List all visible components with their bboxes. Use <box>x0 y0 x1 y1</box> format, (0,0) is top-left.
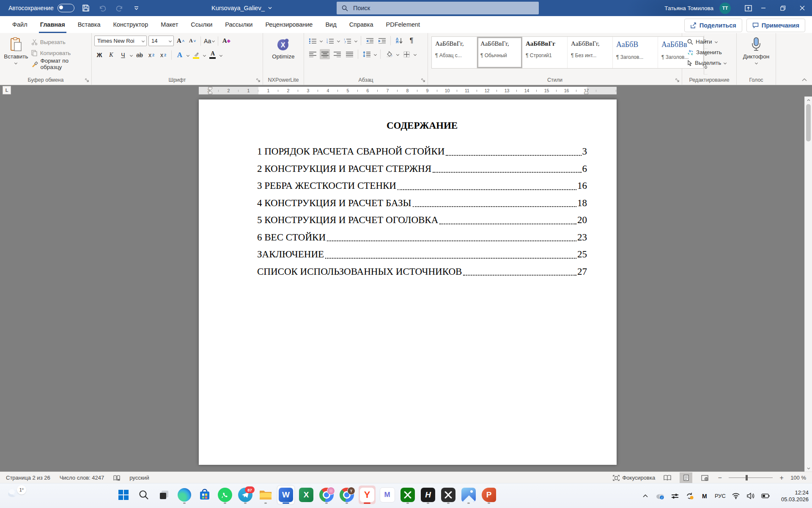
bold-button[interactable]: Ж <box>94 50 104 60</box>
telegram-button[interactable]: 87 <box>237 486 254 504</box>
autosave-switch-icon[interactable] <box>58 4 74 12</box>
file-explorer-button[interactable] <box>257 486 274 504</box>
bullets-button[interactable] <box>307 36 318 46</box>
save-button[interactable] <box>80 2 91 14</box>
paste-button[interactable]: Вставить <box>3 36 30 76</box>
task-view-button[interactable] <box>156 486 173 504</box>
toc-entry[interactable]: 5 КОНСТРУКЦИЯ И РАСЧЕТ ОГОЛОВКА 20 <box>257 212 587 229</box>
chevron-down-icon[interactable] <box>219 54 222 57</box>
italic-button[interactable]: К <box>106 50 116 60</box>
chevron-down-icon[interactable] <box>320 39 323 42</box>
battery-tray-icon[interactable] <box>761 491 770 501</box>
font-size-combo[interactable]: 14 <box>148 36 174 46</box>
sync-tray-icon[interactable] <box>685 491 694 501</box>
select-button[interactable]: Выделить <box>686 58 736 68</box>
web-layout-button[interactable] <box>698 472 711 483</box>
chevron-down-icon[interactable] <box>396 53 399 56</box>
undo-button[interactable] <box>97 2 108 14</box>
find-button[interactable]: Найти <box>686 36 736 47</box>
align-right-button[interactable] <box>332 49 342 59</box>
ribbon-tab[interactable]: Справка <box>343 16 380 33</box>
cut-button[interactable]: Вырезать <box>30 36 91 47</box>
format-painter-button[interactable]: Формат по образцу <box>30 58 91 69</box>
ribbon-tab[interactable]: Рассылки <box>219 16 259 33</box>
text-effects-button[interactable]: А <box>175 50 185 60</box>
read-mode-button[interactable] <box>661 472 674 483</box>
chevron-down-icon[interactable] <box>203 54 206 57</box>
style-tile[interactable]: АаБбВвГг ¶ Строгий1 <box>522 37 568 68</box>
chevron-down-icon[interactable] <box>414 53 417 56</box>
excel-button[interactable]: X <box>298 486 315 504</box>
ribbon-tab[interactable]: Файл <box>6 16 34 33</box>
edge-button[interactable] <box>176 486 193 504</box>
scroll-up-button[interactable] <box>805 97 812 103</box>
photos-button[interactable] <box>460 486 477 504</box>
change-case-button[interactable]: Аа <box>204 36 215 46</box>
justify-button[interactable] <box>344 49 354 59</box>
avatar[interactable]: ТТ <box>719 3 731 14</box>
borders-button[interactable] <box>401 49 411 59</box>
toc-entry[interactable]: 4 КОНСТРУКЦИЯ И РАСЧЕТ БАЗЫ 18 <box>257 195 587 212</box>
tab-stop-selector[interactable]: L <box>3 86 11 94</box>
account-area[interactable]: Татьяна Томилова ТТ <box>664 0 754 16</box>
language-indicator[interactable]: русский <box>129 475 149 481</box>
onedrive-tray-icon[interactable]: i <box>656 491 665 501</box>
style-tile[interactable]: АаБбВвГг, ¶ Обычный <box>477 37 522 68</box>
word-count[interactable]: Число слов: 4247 <box>60 475 104 481</box>
copy-button[interactable]: Копировать <box>30 47 91 58</box>
paragraph-dialog-launcher[interactable] <box>421 78 425 83</box>
style-tile[interactable]: АаБбВ ¶ Заголов... <box>613 37 658 68</box>
tray-expand-button[interactable] <box>641 491 650 501</box>
grow-font-button[interactable]: А˄ <box>176 36 186 46</box>
weather-widget[interactable]: 1° <box>7 487 26 498</box>
clock[interactable]: 12:24 05.03.2026 <box>776 489 809 503</box>
document-title[interactable]: Kursovaya_Galiev_ <box>211 0 279 16</box>
chrome-profile1-button[interactable] <box>318 486 335 504</box>
zoom-in-button[interactable]: + <box>779 474 785 482</box>
ribbon-tab[interactable]: PDFelement <box>380 16 427 33</box>
sort-button[interactable]: АЯ <box>394 36 404 46</box>
document-page[interactable]: СОДЕРЖАНИЕ 1 ПОРЯДОК РАСЧЕТА СВАРНОЙ СТО… <box>199 99 617 465</box>
shading-button[interactable] <box>384 49 394 59</box>
toc-entry[interactable]: 3 РЕБРА ЖЕСТКОСТИ СТЕНКИ 16 <box>257 177 587 195</box>
start-button[interactable] <box>115 486 132 504</box>
zoom-slider[interactable] <box>729 478 773 478</box>
search-input[interactable] <box>352 4 534 12</box>
scroll-down-button[interactable] <box>805 465 812 472</box>
indent-marker[interactable] <box>208 87 213 94</box>
xbox-dark-button[interactable] <box>440 486 457 504</box>
m-tray-icon[interactable]: М <box>700 491 709 501</box>
chrome-profile2-button[interactable]: T <box>338 486 355 504</box>
collapse-ribbon-button[interactable] <box>802 78 807 81</box>
strikethrough-button[interactable]: ab <box>134 50 145 60</box>
ribbon-display-options-button[interactable] <box>743 2 754 14</box>
wifi-tray-icon[interactable] <box>731 491 741 501</box>
ribbon-tab[interactable]: Вид <box>319 16 343 33</box>
highlight-button[interactable] <box>191 50 201 60</box>
shrink-font-button[interactable]: А˅ <box>187 36 198 46</box>
taskbar-search-button[interactable] <box>135 486 152 504</box>
superscript-button[interactable]: x2 <box>158 50 168 60</box>
ribbon-tab[interactable]: Конструктор <box>107 16 155 33</box>
ribbon-tab[interactable]: Вставка <box>71 16 107 33</box>
page-indicator[interactable]: Страница 2 из 26 <box>6 475 50 481</box>
numbering-button[interactable]: 123 <box>325 36 335 46</box>
ribbon-tab[interactable]: Ссылки <box>184 16 219 33</box>
clear-formatting-button[interactable]: А◆ <box>221 36 231 46</box>
powerpoint-button[interactable]: P <box>480 486 497 504</box>
toc-entry[interactable]: СПИСОК ИСПОЛЬЗОВАННЫХ ИСТОЧНИКОВ 27 <box>257 263 587 281</box>
focus-mode-button[interactable]: Фокусировка <box>613 475 655 481</box>
align-left-button[interactable] <box>307 49 318 59</box>
dictate-button[interactable]: Диктофон <box>738 36 774 76</box>
font-dialog-launcher[interactable] <box>256 78 261 83</box>
styles-dialog-launcher[interactable] <box>675 78 680 83</box>
word-taskbar-button[interactable]: W <box>277 486 294 504</box>
toc-entry[interactable]: 1 ПОРЯДОК РАСЧЕТА СВАРНОЙ СТОЙКИ 3 <box>257 143 587 160</box>
search-box[interactable] <box>337 2 539 14</box>
language-tray-indicator[interactable]: РУС <box>715 493 726 499</box>
ribbon-tab[interactable]: Рецензирование <box>259 16 319 33</box>
horizontal-ruler[interactable]: 3211234567891011121314151617 <box>199 87 617 94</box>
store-button[interactable] <box>196 486 213 504</box>
toc-entry[interactable]: ЗАКЛЮЧЕНИЕ 25 <box>257 246 587 263</box>
toc-entry[interactable]: 6 ВЕС СТОЙКИ 23 <box>257 229 587 246</box>
